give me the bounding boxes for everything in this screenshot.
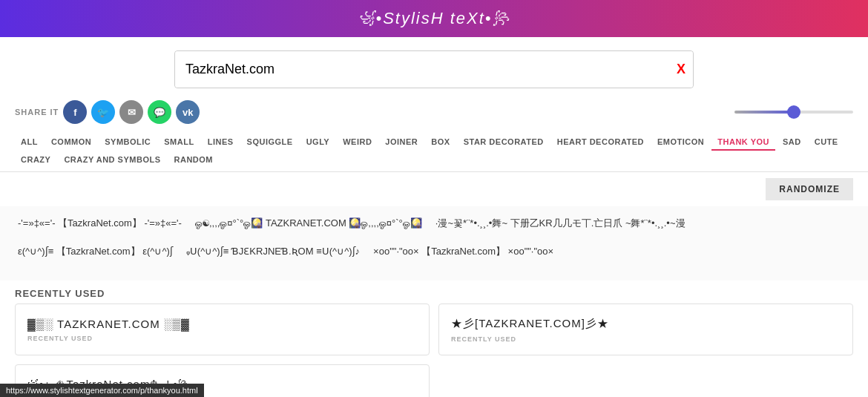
tab-sad[interactable]: SAD <box>777 134 807 151</box>
nav-tabs: ALL COMMON SYMBOLIC SMALL LINES SQUIGGLE… <box>0 130 868 172</box>
randomize-area: RANDOMIZE <box>0 172 868 206</box>
recently-used-card-0[interactable]: ▓▒░ TAZKRANET.COM ░▒▓ RECENTLY USED <box>15 304 430 355</box>
tab-lines[interactable]: LINES <box>202 134 240 151</box>
main-content: X SHARE IT f 🐦 ✉ 💬 vk ALL COMMON SYMBOLI… <box>0 37 868 397</box>
tab-heart-decorated[interactable]: HEART DECORATED <box>551 134 650 151</box>
search-area: X <box>0 37 868 94</box>
twitter-share-button[interactable]: 🐦 <box>91 100 115 124</box>
tab-small[interactable]: SMALL <box>158 134 200 151</box>
card-text: ★彡[TAZKRANET.COM]彡★ <box>451 317 841 331</box>
search-input[interactable] <box>175 51 693 88</box>
card-label: RECENTLY USED <box>451 335 841 343</box>
recently-used-title: RECENTLY USED <box>0 280 868 304</box>
share-slider-row: SHARE IT f 🐦 ✉ 💬 vk <box>0 94 868 130</box>
tab-star-decorated[interactable]: STAR DECORATED <box>458 134 550 151</box>
vk-share-button[interactable]: vk <box>176 100 200 124</box>
status-bar: https://www.stylishtextgenerator.com/p/t… <box>0 384 204 397</box>
whatsapp-share-button[interactable]: 💬 <box>148 100 171 124</box>
tab-crazy-symbols[interactable]: CRAZY AND SYMBOLS <box>58 152 166 167</box>
styled-text-row-1: -'=»‡«='- 【TazkraNet.com】 -'=»‡«='- ஓ☯,,… <box>15 212 853 234</box>
tab-thank-you[interactable]: THANK YOU <box>711 134 775 151</box>
styled-text-item[interactable]: ·漫~꽃*¨*•.¸¸.•舞~ 下册乙KR几几モ丅.亡日爪 ~舞*¨*•.¸¸.… <box>433 212 688 234</box>
status-url: https://www.stylishtextgenerator.com/p/t… <box>6 386 198 395</box>
tab-weird[interactable]: WEIRD <box>337 134 378 151</box>
tab-ugly[interactable]: UGLY <box>300 134 336 151</box>
card-label: RECENTLY USED <box>27 335 417 342</box>
styled-text-row-2: ε(^∪^)ʃ≡ 【TazkraNet.com】 ε(^∪^)ʃ ᵩᑌ(^∪^)… <box>15 240 853 263</box>
styled-text-item[interactable]: ஓ☯,,,,ஓ¤°`°ஓ🎑 TAZKRANET.COM 🎑ஓ,,,,ஓ¤°`°ஓ… <box>192 212 425 234</box>
tab-common[interactable]: COMMON <box>45 134 97 151</box>
tab-joiner[interactable]: JOINER <box>379 134 424 151</box>
tab-cute[interactable]: CUTE <box>809 134 844 151</box>
tab-emoticon[interactable]: EMOTICON <box>651 134 710 151</box>
slider-wrapper <box>734 111 853 114</box>
randomize-button[interactable]: RANDOMIZE <box>766 178 853 200</box>
email-share-button[interactable]: ✉ <box>119 100 143 124</box>
search-box-wrapper: X <box>174 50 694 88</box>
header-title: ꧁•StylisH teXt•꧂ <box>0 9 868 28</box>
styled-text-item[interactable]: -'=»‡«='- 【TazkraNet.com】 -'=»‡«='- <box>15 212 185 234</box>
styled-text-item[interactable]: ε(^∪^)ʃ≡ 【TazkraNet.com】 ε(^∪^)ʃ <box>15 240 176 263</box>
facebook-share-button[interactable]: f <box>63 100 87 124</box>
tab-symbolic[interactable]: SYMBOLIC <box>99 134 157 151</box>
tab-all[interactable]: ALL <box>15 134 44 151</box>
styled-text-item[interactable]: ×oo""·"oo× 【TazkraNet.com】 ×oo""·"oo× <box>370 240 556 263</box>
share-icons: f 🐦 ✉ 💬 vk <box>63 100 200 124</box>
styled-text-item[interactable]: ᵩᑌ(^∪^)ʃ≡ ƁJƐKRJNEƁ.ƦOM ≡ᑌ(^∪^)ʃ♪ <box>183 240 363 263</box>
card-text: ▓▒░ TAZKRANET.COM ░▒▓ <box>27 318 417 330</box>
tab-squiggle[interactable]: SQUIGGLE <box>241 134 299 151</box>
font-size-slider[interactable] <box>734 111 853 114</box>
header: ꧁•StylisH teXt•꧂ <box>0 0 868 37</box>
tab-box[interactable]: BOX <box>425 134 456 151</box>
share-label: SHARE IT <box>15 108 59 117</box>
tab-crazy[interactable]: CRAZY <box>15 152 56 167</box>
results-area: -'=»‡«='- 【TazkraNet.com】 -'=»‡«='- ஓ☯,,… <box>0 206 868 280</box>
recently-used-card-1[interactable]: ★彡[TAZKRANET.COM]彡★ RECENTLY USED <box>438 304 853 355</box>
tab-random[interactable]: RANDOM <box>168 152 220 167</box>
clear-button[interactable]: X <box>677 62 685 77</box>
